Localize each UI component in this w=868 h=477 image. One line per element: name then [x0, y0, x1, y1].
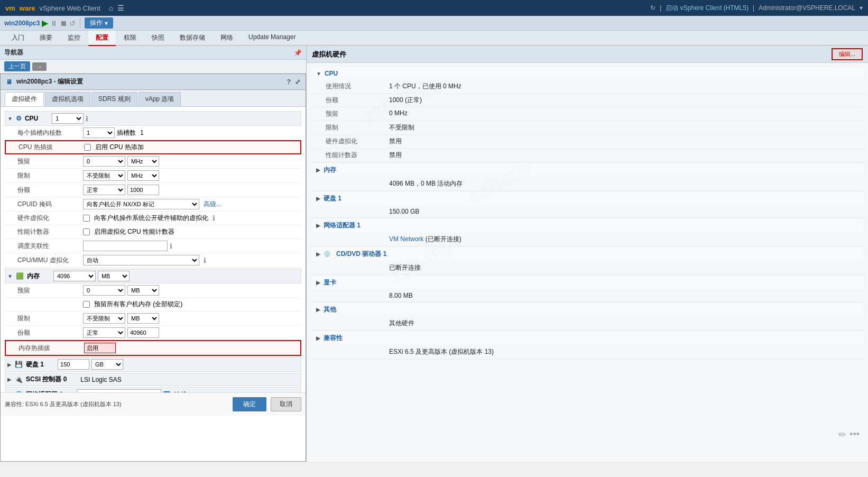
dialog-expand-icon[interactable]: ⤢ [295, 78, 300, 86]
disk-value-input[interactable] [58, 359, 89, 370]
tab-network[interactable]: 网络 [213, 31, 241, 46]
mem-shares-select[interactable]: 正常 [83, 327, 125, 338]
memory-section-header[interactable]: ▼ 🟩 内存 4096 MB [5, 269, 301, 283]
right-cpu-hwvirt-label: 硬件虚拟化 [326, 137, 389, 146]
vm-icon-pause[interactable]: ⏸ [50, 19, 58, 27]
cpu-limit-select[interactable]: 不受限制 [83, 170, 125, 181]
cpuid-advanced-link[interactable]: 高级... [204, 200, 221, 209]
tab-datastores[interactable]: 数据存储 [172, 31, 213, 46]
right-compat-arrow: ▶ [316, 335, 320, 341]
mem-limit-select[interactable]: 不受限制 [83, 313, 125, 324]
cpu-mmu-info-icon[interactable]: ℹ [204, 256, 206, 264]
cpu-shares-row: 份额 正常 [5, 183, 301, 197]
mem-reservation-select[interactable]: 0 [83, 285, 125, 296]
cpu-scheduler-info-icon[interactable]: ℹ [170, 242, 172, 250]
cpu-scheduler-input[interactable] [83, 241, 168, 251]
cpu-hwvirt-checkbox[interactable] [83, 215, 90, 222]
right-network-value-label [326, 235, 389, 244]
vm-icon-play[interactable]: ▶ [42, 18, 48, 28]
pin-icon[interactable]: 📌 [294, 49, 302, 57]
cpu-per-socket-select[interactable]: 1 [83, 127, 115, 138]
mem-hotplug-input[interactable] [84, 343, 116, 353]
right-cdvd-section-title[interactable]: ▶ 💿 CD/DVD 驱动器 1 [311, 247, 864, 261]
cpu-hwvirt-info-icon[interactable]: ℹ [213, 214, 215, 222]
dialog-ok-btn[interactable]: 确定 [233, 397, 266, 411]
right-compat-section-title[interactable]: ▶ 兼容性 [311, 331, 864, 345]
operations-btn[interactable]: 操作 ▾ [85, 17, 113, 29]
right-panel-action-icon1[interactable]: ✏ [838, 429, 846, 441]
scsi-section-header[interactable]: ▶ 🔌 SCSI 控制器 0 LSI Logic SAS [5, 373, 301, 386]
right-network-section-title[interactable]: ▶ 网络适配器 1 [311, 218, 864, 233]
right-cpu-section-title[interactable]: ▼ CPU [311, 67, 864, 80]
vm-icon-stop[interactable]: ⏹ [60, 19, 67, 27]
cpu-cpuid-select[interactable]: 向客户机公开 NX/XD 标记 [83, 199, 199, 209]
forward-btn[interactable]: → [32, 62, 47, 71]
right-disk-value-label [326, 208, 389, 215]
right-other-section-title[interactable]: ▶ 其他 [311, 302, 864, 317]
cpu-shares-input[interactable] [127, 185, 159, 195]
mem-limit-unit-select[interactable]: MB [127, 313, 159, 324]
memory-unit-select[interactable]: MB [98, 271, 130, 281]
tab-intro[interactable]: 入门 [4, 31, 32, 46]
vm-icon-reset[interactable]: ↺ [69, 19, 76, 27]
vsphere-client-btn[interactable]: 启动 vSphere Client (HTML5) [666, 4, 749, 13]
disk-unit-select[interactable]: GB [91, 359, 123, 370]
user-dropdown-icon[interactable]: ▾ [860, 4, 863, 12]
memory-value-select[interactable]: 4096 [53, 271, 96, 281]
home-icon[interactable]: ⌂ [109, 4, 113, 12]
cpu-reservation-unit-select[interactable]: MHz [127, 156, 159, 167]
network-value-select[interactable]: VM Network [77, 389, 161, 392]
dialog-tab-hardware[interactable]: 虚拟硬件 [5, 92, 44, 106]
tab-monitor[interactable]: 监控 [60, 31, 88, 46]
tab-summary[interactable]: 摘要 [32, 31, 60, 46]
right-compat-section: ▶ 兼容性 ESXi 6.5 及更高版本 (虚拟机版本 13) [311, 331, 864, 360]
cpu-section-icon: ⚙ [16, 115, 22, 122]
right-disk-label: 硬盘 1 [324, 194, 341, 203]
memory-section: ▼ 🟩 内存 4096 MB [5, 269, 301, 356]
right-compat-label: 兼容性 [324, 334, 343, 343]
mem-shares-input[interactable] [127, 327, 159, 338]
right-network-link[interactable]: VM Network [389, 235, 423, 243]
right-video-section-title[interactable]: ▶ 显卡 [311, 276, 864, 290]
cpu-limit-unit-select[interactable]: MHz [127, 170, 159, 181]
cpu-section-header[interactable]: ▼ ⚙ CPU 124 ℹ [5, 111, 301, 126]
cpu-reservation-select[interactable]: 0 [83, 156, 125, 167]
cpu-hotplug-checkbox[interactable] [84, 144, 91, 151]
refresh-icon[interactable]: ↻ [650, 4, 655, 12]
right-disk-section-title[interactable]: ▶ 硬盘 1 [311, 191, 864, 206]
right-cpu-reservation-label: 预留 [326, 109, 389, 118]
cpu-perf-checkbox[interactable] [83, 228, 90, 235]
right-cpu-perf-label: 性能计数器 [326, 151, 389, 160]
dialog-tab-options[interactable]: 虚拟机选项 [45, 92, 90, 106]
tab-config[interactable]: 配置 [88, 31, 116, 46]
back-btn[interactable]: 上一页 [4, 61, 30, 71]
menu-icon[interactable]: ☰ [117, 4, 124, 12]
cpu-value-area: 124 ℹ [41, 113, 299, 124]
right-cpu-label: CPU [325, 70, 338, 77]
cpu-mmu-select[interactable]: 自动 [83, 255, 199, 265]
right-cpu-shares-value: 1000 (正常) [389, 96, 853, 105]
cpu-limit-label: 限制 [17, 171, 81, 180]
cpu-info-icon[interactable]: ℹ [86, 115, 88, 123]
tab-snapshots[interactable]: 快照 [144, 31, 172, 46]
network-section-header[interactable]: ▶ 🌐 网络适配器 1 VM Network 连接 [5, 387, 301, 392]
network-connect-checkbox[interactable] [163, 391, 170, 393]
right-memory-section-title[interactable]: ▶ 内存 [311, 163, 864, 177]
cpu-shares-select[interactable]: 正常 [83, 185, 125, 195]
dialog-help-icon[interactable]: ? [287, 78, 291, 86]
mem-limit-label: 限制 [17, 314, 81, 323]
mem-reservation-unit-select[interactable]: MB [127, 285, 159, 296]
dialog-tab-vapp[interactable]: vApp 选项 [138, 92, 181, 106]
right-panel-action-icon2[interactable]: ••• [849, 429, 860, 441]
dialog-header: 🖥 win2008pc3 - 编辑设置 ? ⤢ [1, 74, 306, 90]
dialog-tab-sdrs[interactable]: SDRS 规则 [91, 92, 137, 106]
cpu-count-select[interactable]: 124 [52, 113, 84, 124]
disk-section-header[interactable]: ▶ 💾 硬盘 1 GB [5, 357, 301, 372]
tab-permissions[interactable]: 权限 [116, 31, 144, 46]
tab-update-manager[interactable]: Update Manager [241, 31, 303, 46]
cpu-shares-control: 正常 [83, 185, 297, 195]
right-cdvd-section: ▶ 💿 CD/DVD 驱动器 1 已断开连接 [311, 247, 864, 276]
mem-lockall-checkbox[interactable] [83, 301, 90, 308]
dialog-cancel-btn[interactable]: 取消 [271, 397, 301, 411]
edit-btn[interactable]: 编辑... [832, 48, 863, 60]
